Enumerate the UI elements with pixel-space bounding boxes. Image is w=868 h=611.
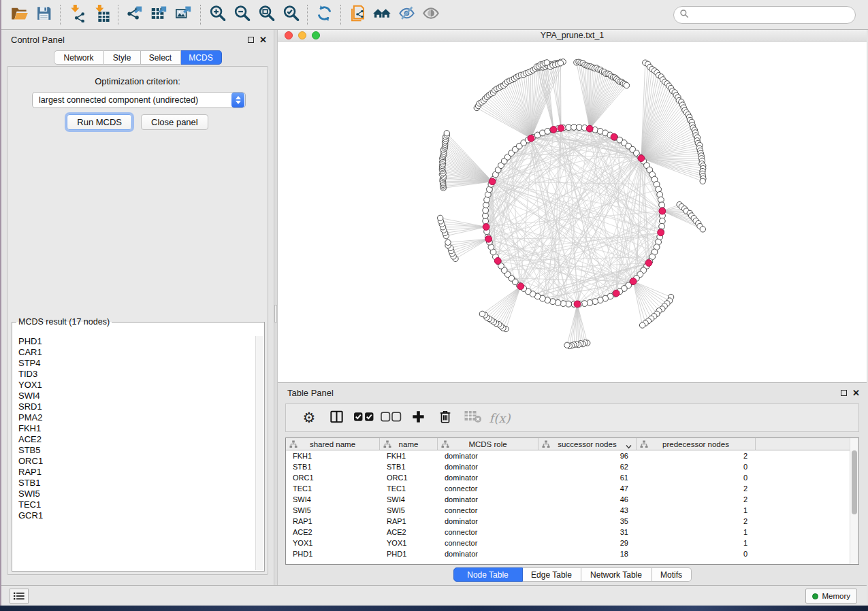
- cell: YOX1: [286, 538, 380, 548]
- table-row[interactable]: PHD1PHD1dominator180: [286, 548, 858, 559]
- mcds-result-item[interactable]: SRD1: [13, 401, 255, 412]
- cell: STB1: [380, 461, 438, 472]
- mcds-result-item[interactable]: SWI5: [13, 489, 255, 499]
- mcds-result-item[interactable]: YOX1: [13, 380, 255, 391]
- column-header-shared-name[interactable]: shared name: [286, 438, 380, 450]
- mcds-result-item[interactable]: ORC1: [13, 456, 255, 467]
- tab-style[interactable]: Style: [104, 50, 141, 65]
- cell: 46: [539, 494, 637, 505]
- save-session-button[interactable]: [31, 3, 56, 27]
- mcds-result-list[interactable]: PHD1CAR1STP4TID3YOX1SWI4SRD1PMA2FKH1ACE2…: [13, 336, 255, 570]
- function-builder-button[interactable]: f(x): [486, 406, 513, 430]
- float-table-panel-icon[interactable]: [841, 390, 847, 396]
- cell: ACE2: [380, 527, 438, 538]
- dropdown-value: largest connected component (undirected): [33, 95, 231, 105]
- control-panel-title: Control Panel: [11, 35, 65, 45]
- close-panel-button[interactable]: Close panel: [141, 114, 208, 130]
- float-panel-icon[interactable]: [248, 37, 254, 43]
- zoom-selected-button[interactable]: [278, 3, 303, 27]
- table-tabs: Node TableEdge TableNetwork TableMotifs: [453, 567, 692, 582]
- mcds-result-item[interactable]: PHD1: [13, 336, 255, 347]
- delete-column-icon: [438, 409, 453, 427]
- tab-motifs[interactable]: Motifs: [652, 567, 692, 582]
- deselect-all-button[interactable]: [377, 406, 404, 430]
- mcds-result-scrollbar[interactable]: [255, 336, 263, 570]
- column-header-MCDS-role[interactable]: MCDS role: [438, 438, 539, 450]
- add-column-button[interactable]: [404, 406, 432, 430]
- mcds-result-item[interactable]: STP4: [13, 358, 255, 369]
- mcds-result-item[interactable]: CAR1: [13, 347, 255, 358]
- cell: PHD1: [380, 548, 438, 559]
- toolbar-separator: [60, 5, 61, 25]
- split-table-icon: [329, 409, 344, 427]
- split-table-button[interactable]: [323, 406, 350, 430]
- cell: connector: [438, 505, 539, 516]
- table-row[interactable]: ACE2ACE2connector311: [286, 527, 858, 538]
- cell: 31: [539, 527, 637, 538]
- close-table-panel-icon[interactable]: ✕: [852, 390, 860, 396]
- zoom-fit-button[interactable]: [254, 3, 278, 27]
- delete-table-button[interactable]: [459, 406, 486, 430]
- run-mcds-button[interactable]: Run MCDS: [67, 114, 132, 130]
- network-canvas[interactable]: [278, 42, 867, 382]
- mcds-result-item[interactable]: GCR1: [13, 510, 255, 521]
- task-history-button[interactable]: [10, 589, 29, 604]
- import-table-button[interactable]: [89, 3, 114, 27]
- column-header-successor-nodes[interactable]: successor nodes: [539, 438, 637, 450]
- table-row[interactable]: TEC1TEC1connector472: [286, 483, 858, 494]
- network-view-titlebar[interactable]: YPA_prune.txt_1: [278, 30, 867, 42]
- mcds-result-item[interactable]: STB5: [13, 445, 255, 456]
- home-button[interactable]: [370, 3, 394, 27]
- hide-annotations-button[interactable]: [394, 3, 419, 27]
- import-network-icon: [68, 4, 86, 25]
- mcds-result-item[interactable]: FKH1: [13, 423, 255, 434]
- table-row[interactable]: SWI4SWI4dominator462: [286, 494, 858, 505]
- refresh-button[interactable]: [312, 3, 336, 27]
- column-header-predecessor-nodes[interactable]: predecessor nodes: [637, 438, 756, 450]
- table-scrollbar[interactable]: [850, 438, 858, 564]
- tab-mcds[interactable]: MCDS: [181, 50, 222, 65]
- cell: connector: [438, 483, 539, 494]
- show-eye-button[interactable]: [419, 3, 443, 27]
- mcds-result-item[interactable]: TEC1: [13, 499, 255, 510]
- search-input[interactable]: [689, 8, 855, 22]
- tab-edge-table[interactable]: Edge Table: [523, 567, 581, 582]
- open-ndex-button[interactable]: [345, 3, 370, 27]
- cell: RAP1: [380, 516, 438, 527]
- mcds-result-item[interactable]: RAP1: [13, 467, 255, 478]
- export-image-button[interactable]: [172, 3, 196, 27]
- optimization-criterion-dropdown[interactable]: largest connected component (undirected): [32, 92, 246, 108]
- close-panel-icon[interactable]: ✕: [259, 37, 267, 43]
- tab-select[interactable]: Select: [141, 50, 181, 65]
- show-eye-icon: [421, 4, 440, 25]
- network-view-title: YPA_prune.txt_1: [278, 31, 867, 40]
- mcds-result-item[interactable]: PMA2: [13, 412, 255, 423]
- table-row[interactable]: YOX1YOX1connector291: [286, 538, 858, 548]
- open-file-button[interactable]: [7, 3, 31, 27]
- cell: dominator: [438, 494, 539, 505]
- table-settings-button[interactable]: ⚙: [295, 406, 323, 430]
- export-table-button[interactable]: [147, 3, 172, 27]
- cell: SWI5: [286, 505, 380, 516]
- table-row[interactable]: ORC1ORC1dominator610: [286, 472, 858, 483]
- tab-node-table[interactable]: Node Table: [453, 567, 523, 582]
- table-row[interactable]: STB1STB1dominator620: [286, 461, 858, 472]
- tab-network[interactable]: Network: [54, 50, 104, 65]
- tab-network-table[interactable]: Network Table: [581, 567, 652, 582]
- mcds-result-item[interactable]: ACE2: [13, 434, 255, 445]
- delete-column-button[interactable]: [432, 406, 459, 430]
- table-row[interactable]: FKH1FKH1dominator962: [286, 450, 858, 461]
- table-row[interactable]: RAP1RAP1dominator352: [286, 516, 858, 527]
- mcds-result-item[interactable]: STB1: [13, 478, 255, 489]
- column-header-name[interactable]: name: [380, 438, 438, 450]
- mcds-result-item[interactable]: TID3: [13, 369, 255, 380]
- zoom-in-button[interactable]: [205, 3, 229, 27]
- memory-button[interactable]: Memory: [805, 589, 857, 604]
- search-box[interactable]: [673, 6, 856, 24]
- zoom-out-button[interactable]: [229, 3, 254, 27]
- table-row[interactable]: SWI5SWI5connector431: [286, 505, 858, 516]
- select-all-button[interactable]: [350, 406, 377, 430]
- export-network-button[interactable]: [123, 3, 147, 27]
- import-network-button[interactable]: [65, 3, 89, 27]
- mcds-result-item[interactable]: SWI4: [13, 391, 255, 401]
